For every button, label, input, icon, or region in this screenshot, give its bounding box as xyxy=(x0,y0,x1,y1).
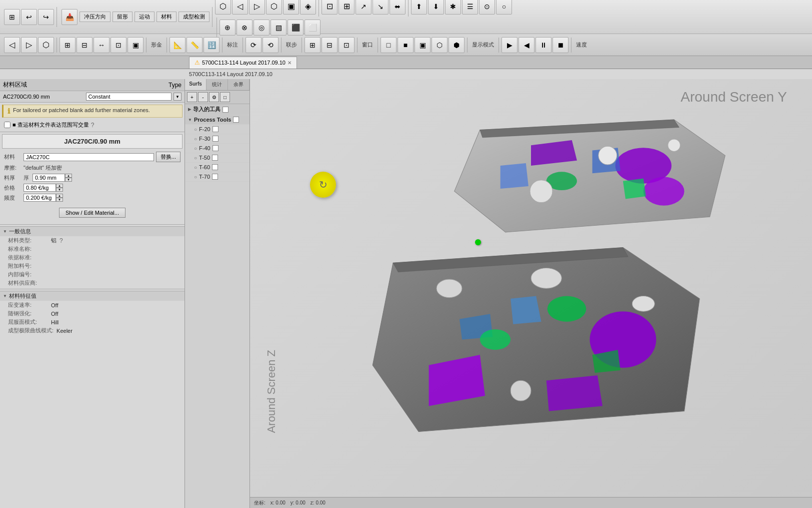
viewport[interactable]: Around Screen Y Around Screen Z ↻ xyxy=(250,79,812,508)
t70-check[interactable] xyxy=(212,174,218,180)
tb-icon-8[interactable]: ⊞ xyxy=(338,0,354,15)
thickness-input[interactable] xyxy=(32,174,65,182)
f20-check[interactable] xyxy=(212,126,218,132)
tb2-22[interactable]: ▶ xyxy=(502,37,518,53)
panel-tool-3[interactable]: ⚙ xyxy=(209,92,219,102)
tb2-11[interactable]: 🔢 xyxy=(204,37,220,53)
replace-btn[interactable]: 替换... xyxy=(156,152,180,162)
tb-icon-22[interactable]: ⬛ xyxy=(288,20,304,36)
tb2-18[interactable]: ■ xyxy=(398,37,414,53)
tb2-7[interactable]: ⊡ xyxy=(110,37,126,53)
tb-icon-6[interactable]: ◈ xyxy=(300,0,316,15)
tb-icon-16[interactable]: ⊙ xyxy=(479,0,495,15)
tb2-8[interactable]: ▣ xyxy=(128,37,144,53)
tab-main[interactable]: ⚠ 5700C113-114 Layout 2017.09.10 ✕ xyxy=(189,57,297,69)
tb2-1[interactable]: ◁ xyxy=(4,37,20,53)
f40-check[interactable] xyxy=(212,145,218,151)
tb2-5[interactable]: ⊟ xyxy=(76,37,92,53)
tb-icon-10[interactable]: ↘ xyxy=(372,0,388,15)
panel-tool-2[interactable]: - xyxy=(198,92,208,102)
tree-item-f30[interactable]: ○ F-30 xyxy=(185,134,250,144)
tb2-13[interactable]: ⟲ xyxy=(262,37,278,53)
tb2-24[interactable]: ⏸ xyxy=(536,37,552,53)
tb-icon-18[interactable]: ⊕ xyxy=(220,20,236,36)
density-down[interactable]: ▼ xyxy=(56,198,63,202)
price-up[interactable]: ▲ xyxy=(56,184,63,188)
tb-icon-3[interactable]: ▷ xyxy=(249,0,265,15)
tree-item-f20[interactable]: ○ F-20 xyxy=(185,125,250,134)
material-chars-header[interactable]: ▼ 材料特征值 xyxy=(0,291,184,301)
tb-icon-12[interactable]: ⬆ xyxy=(411,0,427,15)
btn-material[interactable]: 材料 xyxy=(156,12,176,22)
tb2-9[interactable]: 📐 xyxy=(170,37,186,53)
tb-icon-13[interactable]: ⬇ xyxy=(428,0,444,15)
price-input[interactable] xyxy=(24,184,56,192)
t50-check[interactable] xyxy=(212,155,218,161)
tree-item-f40[interactable]: ○ F-40 xyxy=(185,144,250,153)
tree-item-t50[interactable]: ○ T-50 xyxy=(185,153,250,163)
tb2-20[interactable]: ⬡ xyxy=(432,37,448,53)
tab-stats[interactable]: 统计 xyxy=(206,79,228,90)
density-input[interactable] xyxy=(24,194,56,202)
btn-formtest[interactable]: 成型检测 xyxy=(178,12,210,22)
tb-icon-20[interactable]: ◎ xyxy=(254,20,270,36)
toolbar-btn-undo[interactable]: ↩ xyxy=(21,9,37,25)
density-up[interactable]: ▲ xyxy=(56,194,63,198)
thickness-up[interactable]: ▲ xyxy=(65,174,72,178)
tb-icon-21[interactable]: ▧ xyxy=(270,20,286,36)
tb-icon-23[interactable]: ⬜ xyxy=(304,20,320,36)
tb2-21[interactable]: ⬢ xyxy=(448,37,464,53)
show-edit-btn[interactable]: Show / Edit Material... xyxy=(59,208,126,218)
tb2-12[interactable]: ⟳ xyxy=(246,37,262,53)
tb2-16[interactable]: ⊡ xyxy=(338,37,354,53)
tb2-25[interactable]: ⏹ xyxy=(552,37,568,53)
panel-tool-4[interactable]: □ xyxy=(220,92,230,102)
general-info-header[interactable]: ▼ 一般信息 xyxy=(0,226,184,236)
tab-close-btn[interactable]: ✕ xyxy=(288,60,292,66)
tb2-4[interactable]: ⊞ xyxy=(60,37,76,53)
tb-icon-15[interactable]: ☰ xyxy=(462,0,478,15)
tb-icon-19[interactable]: ⊗ xyxy=(236,20,252,36)
tb-icon-14[interactable]: ✱ xyxy=(445,0,461,15)
import-tools-check[interactable] xyxy=(222,107,228,113)
tb2-23[interactable]: ◀ xyxy=(518,37,534,53)
btn-hold[interactable]: 留形 xyxy=(112,12,132,22)
mattype-help[interactable]: ? xyxy=(60,237,63,244)
t60-check[interactable] xyxy=(212,164,218,170)
type-select[interactable]: Constant xyxy=(86,93,172,101)
help-icon[interactable]: ? xyxy=(91,122,94,129)
model-viewport-svg[interactable] xyxy=(250,79,812,508)
tb2-10[interactable]: 📏 xyxy=(186,37,202,53)
tree-item-t70[interactable]: ○ T-70 xyxy=(185,172,250,182)
tb-icon-9[interactable]: ↗ xyxy=(356,0,372,15)
tb-icon-4[interactable]: ⬡ xyxy=(266,0,282,15)
type-select-arrow[interactable]: ▼ xyxy=(174,93,182,101)
material-checkbox[interactable] xyxy=(4,122,10,128)
tb2-14[interactable]: ⊞ xyxy=(304,37,320,53)
toolbar-btn-home[interactable]: ⊞ xyxy=(4,9,20,25)
tb-icon-11[interactable]: ⬌ xyxy=(390,0,406,15)
price-down[interactable]: ▼ xyxy=(56,188,63,192)
tb-icon-5[interactable]: ▣ xyxy=(283,0,299,15)
panel-tool-1[interactable]: + xyxy=(187,92,197,102)
tb2-3[interactable]: ⬡ xyxy=(38,37,54,53)
tb-icon-17[interactable]: ○ xyxy=(496,0,512,15)
tb2-19[interactable]: ▣ xyxy=(414,37,430,53)
f30-check[interactable] xyxy=(212,136,218,142)
tree-item-import-tools[interactable]: ▶ 导入的工具 xyxy=(185,104,250,115)
tb-icon-2[interactable]: ◁ xyxy=(232,0,248,15)
btn-stampdir[interactable]: 冲压方向 xyxy=(80,12,110,22)
tab-remainder[interactable]: 余界 xyxy=(228,79,250,90)
tb2-15[interactable]: ⊟ xyxy=(322,37,338,53)
toolbar-btn-redo[interactable]: ↪ xyxy=(38,9,54,25)
btn-motion[interactable]: 运动 xyxy=(134,12,154,22)
process-tools-check[interactable] xyxy=(233,117,239,123)
tb-icon-7[interactable]: ⊡ xyxy=(322,0,338,15)
tb2-6[interactable]: ↔ xyxy=(94,37,110,53)
tree-item-t60[interactable]: ○ T-60 xyxy=(185,163,250,172)
tree-item-process-tools[interactable]: ▼ Process Tools xyxy=(185,115,250,125)
tb2-17[interactable]: □ xyxy=(380,37,396,53)
tb2-2[interactable]: ▷ xyxy=(21,37,37,53)
tab-surfs[interactable]: Surfs xyxy=(185,79,206,90)
thickness-down[interactable]: ▼ xyxy=(65,178,72,182)
